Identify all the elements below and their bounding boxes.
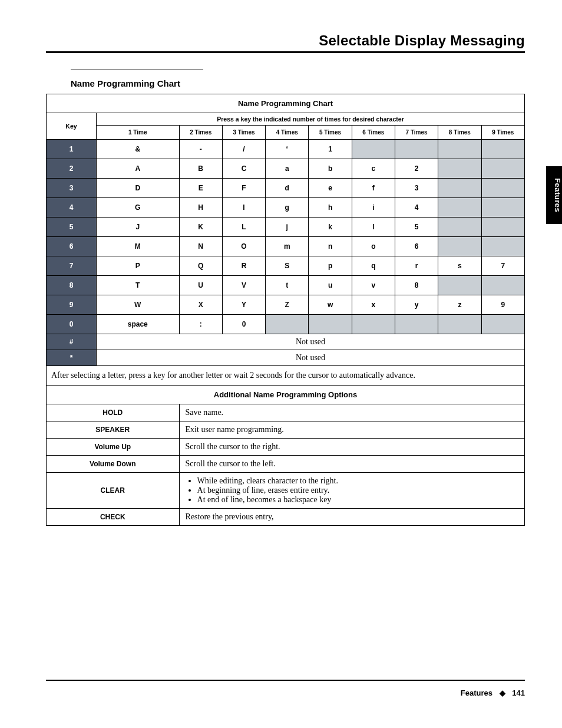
data-cell: M (97, 237, 180, 256)
data-cell: - (179, 140, 222, 159)
table-note: After selecting a letter, press a key fo… (47, 366, 525, 386)
option-desc: Scroll the cursor to the left. (179, 456, 524, 473)
data-cell (266, 315, 309, 334)
data-cell: j (266, 218, 309, 237)
col-header: 7 Times (395, 126, 438, 140)
data-cell: i (352, 198, 395, 218)
options-title: Additional Name Programming Options (47, 386, 525, 404)
key-cell: 8 (47, 276, 97, 295)
data-cell: V (222, 276, 265, 295)
option-bullet: At beginning of line, erases entire entr… (197, 486, 518, 495)
option-key: HOLD (47, 404, 180, 421)
data-cell: r (395, 256, 438, 276)
data-cell (481, 198, 524, 218)
key-cell: * (47, 350, 97, 366)
data-cell (481, 315, 524, 334)
data-cell: b (309, 159, 352, 179)
data-cell: P (97, 256, 180, 276)
page-header: Selectable Display Messaging (46, 32, 525, 53)
col-header: 4 Times (266, 126, 309, 140)
option-key: CHECK (47, 509, 180, 526)
data-cell: 4 (395, 198, 438, 218)
data-cell: O (222, 237, 265, 256)
data-cell: e (309, 179, 352, 198)
data-cell: l (352, 218, 395, 237)
data-cell: 6 (395, 237, 438, 256)
data-cell: G (97, 198, 180, 218)
data-cell (481, 276, 524, 295)
data-cell: o (352, 237, 395, 256)
data-cell (438, 179, 481, 198)
data-cell (438, 159, 481, 179)
key-cell: 2 (47, 159, 97, 179)
data-cell: 3 (395, 179, 438, 198)
data-cell: : (179, 315, 222, 334)
data-cell: C (222, 159, 265, 179)
data-cell: space (97, 315, 180, 334)
data-cell: K (179, 218, 222, 237)
data-cell: y (395, 295, 438, 315)
option-desc: Save name. (179, 404, 524, 421)
data-cell: a (266, 159, 309, 179)
data-cell (481, 159, 524, 179)
data-cell (481, 179, 524, 198)
data-cell: 2 (395, 159, 438, 179)
data-cell: H (179, 198, 222, 218)
col-key: Key (47, 113, 97, 140)
col-header: 8 Times (438, 126, 481, 140)
footer-page-number: 141 (512, 689, 525, 697)
data-cell: U (179, 276, 222, 295)
page-footer: Features ◆ 141 (46, 680, 525, 697)
key-cell: # (47, 334, 97, 350)
key-cell: 6 (47, 237, 97, 256)
data-cell: D (97, 179, 180, 198)
option-key: Volume Down (47, 456, 180, 473)
data-cell: ‘ (266, 140, 309, 159)
option-bullet: At end of line, becomes a backspace key (197, 495, 518, 505)
section-subhead: Name Programming Chart (71, 70, 203, 88)
footer-label: Features (461, 689, 492, 697)
data-cell: W (97, 295, 180, 315)
col-header: 6 Times (352, 126, 395, 140)
data-cell: p (309, 256, 352, 276)
data-cell: B (179, 159, 222, 179)
data-cell: 5 (395, 218, 438, 237)
data-cell: Z (266, 295, 309, 315)
key-cell: 0 (47, 315, 97, 334)
page-title: Selectable Display Messaging (319, 32, 525, 48)
data-cell: Y (222, 295, 265, 315)
data-cell: N (179, 237, 222, 256)
data-cell: q (352, 256, 395, 276)
diamond-icon: ◆ (500, 689, 505, 697)
data-cell: n (309, 237, 352, 256)
data-cell: m (266, 237, 309, 256)
data-cell: h (309, 198, 352, 218)
col-header: 3 Times (222, 126, 265, 140)
data-cell: A (97, 159, 180, 179)
data-cell: d (266, 179, 309, 198)
data-cell: 7 (481, 256, 524, 276)
key-cell: 3 (47, 179, 97, 198)
data-cell: & (97, 140, 180, 159)
data-cell: I (222, 198, 265, 218)
option-desc: Restore the previous entry, (179, 509, 524, 526)
data-cell (438, 218, 481, 237)
data-cell: J (97, 218, 180, 237)
option-key: SPEAKER (47, 421, 180, 439)
data-cell: 9 (481, 295, 524, 315)
option-bullet: While editing, clears character to the r… (197, 476, 518, 486)
side-tab-features: Features (546, 166, 562, 224)
data-cell: R (222, 256, 265, 276)
key-cell: 1 (47, 140, 97, 159)
data-cell (481, 140, 524, 159)
data-cell (395, 140, 438, 159)
data-cell: L (222, 218, 265, 237)
data-cell: u (309, 276, 352, 295)
data-cell (438, 198, 481, 218)
col-header: 2 Times (179, 126, 222, 140)
option-desc: Scroll the cursor to the right. (179, 439, 524, 456)
data-cell: v (352, 276, 395, 295)
data-cell: 0 (222, 315, 265, 334)
data-cell (309, 315, 352, 334)
data-cell: X (179, 295, 222, 315)
